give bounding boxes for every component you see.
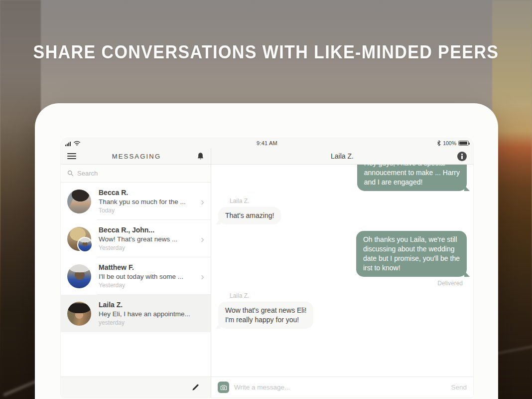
conversation-preview: I'll be out today with some ... (99, 272, 198, 281)
chevron-right-icon: › (201, 271, 204, 281)
status-bar: 9:41 AM 100% (61, 138, 473, 148)
sender-name: Laila Z. (230, 292, 249, 299)
menu-icon[interactable] (67, 153, 76, 159)
conversation-item-becca-john[interactable]: Becca R., John... Wow! That's great news… (61, 220, 211, 257)
conversation-text: Becca R., John... Wow! That's great news… (99, 225, 198, 252)
battery-icon (458, 141, 469, 146)
conversation-time: Yesterday (99, 281, 198, 289)
conversation-text: Becca R. Thank ypu so much for the ... T… (99, 188, 198, 214)
info-icon[interactable] (457, 152, 467, 161)
conversation-preview: Wow! That's great news ... (99, 234, 198, 244)
conversation-name: Becca R., John... (99, 225, 198, 234)
avatar (67, 190, 91, 213)
avatar-group (67, 227, 91, 251)
compose-pencil-icon[interactable] (191, 383, 200, 392)
panel-header: MESSAGING (61, 148, 211, 165)
bluetooth-icon (437, 140, 441, 146)
sender-name: Laila Z. (230, 198, 249, 204)
panel-title: MESSAGING (76, 153, 197, 160)
conversation-preview: Thank ypu so much for the ... (99, 197, 198, 206)
panel-footer (61, 377, 211, 398)
outgoing-message: Oh thanks you Laila, we're still discuss… (356, 231, 467, 277)
conversation-item-matthew[interactable]: Matthew F. I'll be out today with some .… (61, 257, 211, 295)
conversation-name: Matthew F. (99, 263, 198, 272)
conversations-panel: MESSAGING (61, 148, 211, 398)
conversation-text: Laila Z. Hey Eli, I have an appointme...… (99, 300, 204, 327)
search-icon (67, 170, 74, 177)
promo-headline: SHARE CONVERSATIONS WITH LIKE-MINDED PEE… (21, 42, 511, 63)
compose-bar: Send (211, 377, 473, 398)
conversation-time: Today (99, 206, 198, 214)
search-input[interactable] (77, 170, 204, 177)
chat-header: Laila Z. (211, 148, 473, 165)
conversation-preview: Hey Eli, I have an appointme... (99, 309, 204, 319)
avatar (77, 237, 93, 252)
search-bar[interactable] (61, 165, 211, 183)
conversation-time: Yesterday (99, 244, 198, 252)
incoming-message: Wow that's great news Eli! I'm really ha… (218, 302, 313, 329)
message-input[interactable] (234, 384, 446, 391)
delivery-status: Delivered (437, 280, 463, 287)
incoming-message: That's amazing! (218, 207, 281, 224)
avatar (67, 302, 91, 326)
chat-panel: Laila Z. Hey guys, I have a special anno… (211, 148, 473, 398)
conversation-name: Becca R. (99, 188, 198, 197)
send-button[interactable]: Send (451, 384, 467, 391)
conversation-name: Laila Z. (99, 300, 204, 309)
avatar (67, 264, 91, 288)
chevron-right-icon: › (201, 233, 204, 244)
conversation-item-laila[interactable]: Laila Z. Hey Eli, I have an appointme...… (61, 295, 211, 332)
chat-title: Laila Z. (331, 152, 354, 160)
conversation-text: Matthew F. I'll be out today with some .… (99, 263, 198, 289)
app-screenshot: 9:41 AM 100% MESSAGING (61, 138, 473, 398)
camera-icon[interactable] (218, 382, 229, 393)
device-card: 9:41 AM 100% MESSAGING (35, 103, 498, 399)
conversation-item-becca[interactable]: Becca R. Thank ypu so much for the ... T… (61, 183, 211, 220)
notifications-bell-icon[interactable] (197, 152, 204, 161)
battery-percent: 100% (443, 140, 456, 146)
status-time: 9:41 AM (61, 140, 473, 146)
outgoing-message: Hey guys, I have a special annoucement t… (357, 165, 467, 191)
message-list: Hey guys, I have a special annoucement t… (211, 165, 473, 377)
conversation-list: Becca R. Thank ypu so much for the ... T… (61, 183, 211, 377)
app-main: MESSAGING (61, 148, 473, 398)
chevron-right-icon: › (201, 196, 204, 206)
status-right-group: 100% (437, 140, 469, 146)
conversation-time: yesterday (99, 319, 204, 327)
